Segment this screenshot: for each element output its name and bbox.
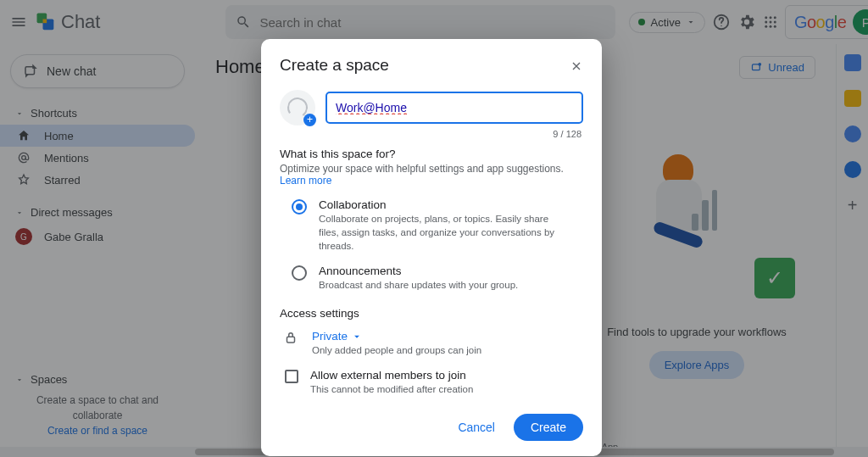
emoji-picker-button[interactable]: + [280, 90, 315, 125]
radio-collaboration[interactable] [292, 199, 307, 215]
external-label: Allow external members to join [310, 369, 473, 382]
radio-announcements[interactable] [292, 265, 307, 281]
char-count: 9 / 128 [280, 129, 583, 139]
external-checkbox[interactable] [285, 370, 298, 383]
option-collaboration-desc: Collaborate on projects, plans, or topic… [319, 212, 565, 253]
learn-more-link[interactable]: Learn more [280, 175, 331, 187]
access-title: Access settings [280, 307, 583, 320]
access-privacy-desc: Only added people and groups can join [312, 343, 481, 357]
create-space-modal: Create a space + 9 / 128 What is this sp… [261, 39, 602, 456]
plus-badge-icon: + [303, 114, 316, 126]
create-button[interactable]: Create [514, 414, 583, 441]
cancel-button[interactable]: Cancel [448, 414, 505, 441]
lock-icon [283, 330, 298, 345]
access-external-row[interactable]: Allow external members to join This cann… [280, 369, 583, 396]
purpose-title: What is this space for? [280, 148, 583, 160]
option-collaboration[interactable]: Collaboration Collaborate on projects, p… [280, 198, 583, 253]
close-icon [570, 59, 583, 73]
close-button[interactable] [565, 54, 588, 78]
modal-title: Create a space [280, 56, 583, 75]
access-privacy-dropdown[interactable]: Private [312, 330, 481, 343]
option-announcements-label: Announcements [319, 265, 518, 277]
access-privacy-row[interactable]: Private Only added people and groups can… [280, 330, 583, 357]
purpose-subtitle: Optimize your space with helpful setting… [280, 163, 583, 187]
external-desc: This cannot be modified after creation [310, 382, 473, 396]
chevron-down-icon [351, 331, 363, 343]
option-collaboration-label: Collaboration [319, 198, 565, 211]
option-announcements[interactable]: Announcements Broadcast and share update… [280, 265, 583, 292]
svg-rect-19 [287, 337, 295, 343]
modal-actions: Cancel Create [280, 414, 583, 441]
option-announcements-desc: Broadcast and share updates with your gr… [319, 278, 518, 292]
space-name-input[interactable] [326, 92, 583, 124]
